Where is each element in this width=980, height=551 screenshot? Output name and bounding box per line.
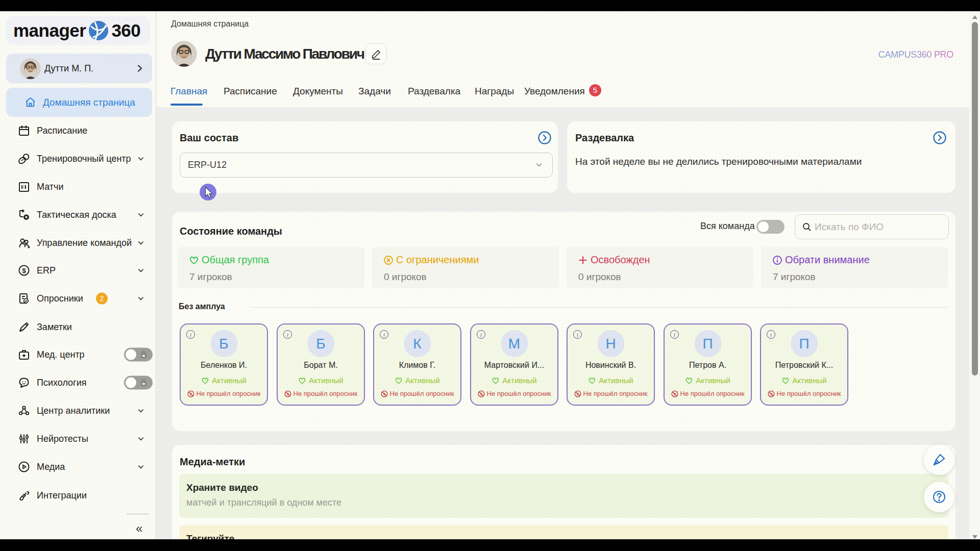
svg-text:$: $ xyxy=(22,267,26,274)
